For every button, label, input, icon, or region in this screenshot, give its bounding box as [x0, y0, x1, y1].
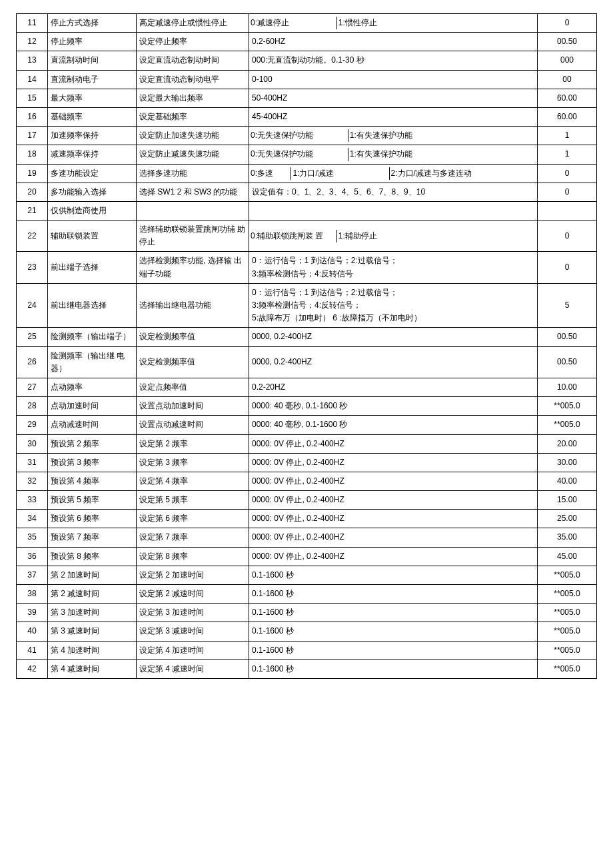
param-value: **005.0 [538, 659, 597, 678]
param-number: 27 [17, 378, 48, 396]
param-range: 0:减速停止1:惯性停止 [249, 14, 538, 33]
param-number: 11 [17, 14, 48, 33]
param-name: 停止方式选择 [48, 14, 137, 33]
param-range: 0000: 0V 停止, 0.2-400HZ [249, 528, 538, 547]
param-name: 停止频率 [48, 33, 137, 51]
param-desc: 设定第 2 减速时间 [137, 585, 249, 604]
param-range [249, 201, 538, 220]
param-number: 26 [17, 346, 48, 378]
param-name: 预设第 2 频率 [48, 434, 137, 453]
param-range: 0:辅助联锁跳闸装 置1:辅助停止 [249, 220, 538, 252]
param-range-option: 1:力口/减速 [291, 167, 389, 180]
param-name: 辅助联锁装置 [48, 220, 137, 252]
param-range: 0:多速1:力口/减速2:力口/减速与多速连动 [249, 164, 538, 183]
param-name: 预设第 3 频率 [48, 453, 137, 472]
param-value: 20.00 [538, 434, 597, 453]
param-desc: 选择检测频率功能, 选择输 出端子功能 [137, 252, 249, 283]
param-name: 第 3 加速时间 [48, 604, 137, 622]
param-name: 前出端子选择 [48, 252, 137, 283]
param-name: 第 2 加速时间 [48, 566, 137, 584]
param-value [538, 201, 597, 220]
table-row: 27点动频率设定点频率值0.2-20HZ10.00 [17, 378, 597, 396]
param-number: 32 [17, 472, 48, 490]
table-row: 34预设第 6 频率设定第 6 频率0000: 0V 停止, 0.2-400HZ… [17, 510, 597, 528]
param-range: 设定值有：0、1、2、3、4、5、6、7、8、9、10 [249, 183, 538, 201]
table-row: 39第 3 加速时间设定第 3 加速时间0.1-1600 秒**005.0 [17, 604, 597, 622]
param-number: 42 [17, 659, 48, 678]
param-desc: 设定第 3 减速时间 [137, 622, 249, 641]
param-desc: 设定停止频率 [137, 33, 249, 51]
param-range: 0:无失速保护功能1:有失速保护功能 [249, 127, 538, 145]
param-value: 0 [538, 164, 597, 183]
param-range: 0.1-1600 秒 [249, 641, 538, 659]
param-number: 16 [17, 107, 48, 126]
param-value: 10.00 [538, 378, 597, 396]
param-name: 直流制动时间 [48, 51, 137, 70]
param-value: **005.0 [538, 641, 597, 659]
param-number: 22 [17, 220, 48, 252]
param-number: 34 [17, 510, 48, 528]
table-row: 11停止方式选择高定减速停止或惯性停止0:减速停止1:惯性停止0 [17, 14, 597, 33]
param-number: 39 [17, 604, 48, 622]
table-row: 35预设第 7 频率设定第 7 频率0000: 0V 停止, 0.2-400HZ… [17, 528, 597, 547]
param-value: 000 [538, 51, 597, 70]
table-row: 15最大频率设定最大输出频率50-400HZ60.00 [17, 89, 597, 107]
param-desc: 设定防止加速失速功能 [137, 127, 249, 145]
param-desc: 设定第 3 加速时间 [137, 604, 249, 622]
param-number: 33 [17, 491, 48, 510]
table-row: 23前出端子选择选择检测频率功能, 选择输 出端子功能0：运行信号；1 到达信号… [17, 252, 597, 283]
param-range: 0：运行信号；1 到达信号；2:过载信号；3:频率检测信号；4:反转信号 [249, 252, 538, 283]
param-desc: 设定第 4 减速时间 [137, 659, 249, 678]
param-number: 38 [17, 585, 48, 604]
param-value: 00.50 [538, 346, 597, 378]
table-row: 19多速功能设定选择多速功能0:多速1:力口/减速2:力口/减速与多速连动0 [17, 164, 597, 183]
param-name: 第 3 减速时间 [48, 622, 137, 641]
param-desc: 设定基础频率 [137, 107, 249, 126]
table-row: 26险测频率（输出继 电器）设定检测频率值0000, 0.2-400HZ00.5… [17, 346, 597, 378]
param-range: 0000, 0.2-400HZ [249, 346, 538, 378]
param-desc: 选择输出继电器功能 [137, 283, 249, 328]
param-range: 0.2-60HZ [249, 33, 538, 51]
param-number: 41 [17, 641, 48, 659]
param-range: 45-400HZ [249, 107, 538, 126]
param-value: 25.00 [538, 510, 597, 528]
param-name: 加速频率保持 [48, 127, 137, 145]
param-value: 60.00 [538, 89, 597, 107]
param-number: 15 [17, 89, 48, 107]
param-desc: 设定检测频率值 [137, 328, 249, 346]
table-row: 16基础频率设定基础频率45-400HZ60.00 [17, 107, 597, 126]
param-number: 28 [17, 397, 48, 416]
param-name: 多速功能设定 [48, 164, 137, 183]
param-range: 0.1-1600 秒 [249, 566, 538, 584]
param-range-option: 0:辅助联锁跳闸装 置 [249, 230, 336, 242]
param-number: 24 [17, 283, 48, 328]
param-range-option: 1:有失速保护功能 [348, 129, 537, 142]
param-range-option: 0:减速停止 [249, 17, 336, 29]
param-name: 最大频率 [48, 89, 137, 107]
table-row: 41第 4 加速时间设定第 4 加速时间0.1-1600 秒**005.0 [17, 641, 597, 659]
param-number: 36 [17, 547, 48, 566]
table-row: 22辅助联锁装置选择辅助联锁装置跳闸功辅 助停止0:辅助联锁跳闸装 置1:辅助停… [17, 220, 597, 252]
param-range: 0.1-1600 秒 [249, 622, 538, 641]
param-value: 15.00 [538, 491, 597, 510]
param-name: 直流制动电子 [48, 70, 137, 89]
param-number: 12 [17, 33, 48, 51]
param-value: 00 [538, 70, 597, 89]
param-value: **005.0 [538, 566, 597, 584]
param-number: 14 [17, 70, 48, 89]
param-number: 37 [17, 566, 48, 584]
param-number: 40 [17, 622, 48, 641]
param-desc: 设定第 2 频率 [137, 434, 249, 453]
param-range-option: 1:惯性停止 [336, 17, 537, 29]
param-range: 0000: 0V 停止, 0.2-400HZ [249, 491, 538, 510]
param-desc: 设定第 3 频率 [137, 453, 249, 472]
param-number: 18 [17, 145, 48, 164]
param-value: **005.0 [538, 397, 597, 416]
table-row: 12停止频率设定停止频率0.2-60HZ00.50 [17, 33, 597, 51]
param-desc: 设定第 2 加速时间 [137, 566, 249, 584]
param-range: 0000: 40 毫秒, 0.1-1600 秒 [249, 397, 538, 416]
param-number: 13 [17, 51, 48, 70]
table-row: 13直流制动时间设定直流动态制动时间000:无直流制动功能。0.1-30 秒00… [17, 51, 597, 70]
param-range: 0.1-1600 秒 [249, 604, 538, 622]
table-row: 42第 4 减速时间设定第 4 减速时间0.1-1600 秒**005.0 [17, 659, 597, 678]
